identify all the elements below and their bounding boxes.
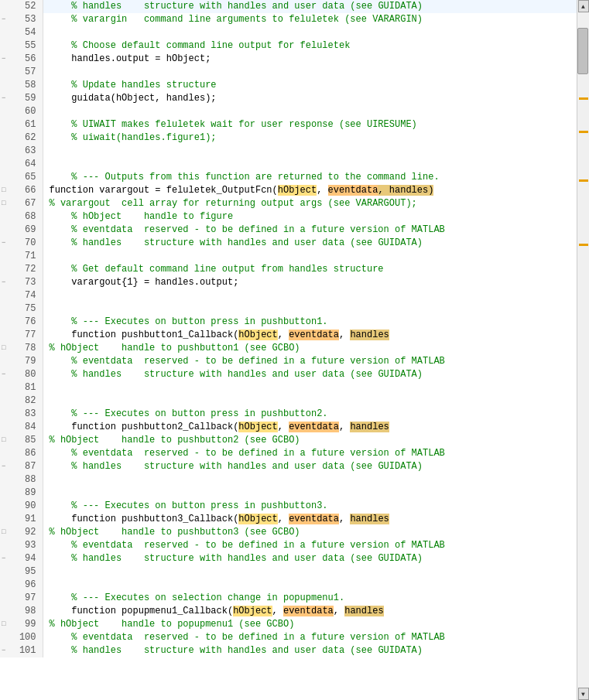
fold-icon[interactable]: □ <box>2 618 5 631</box>
highlight-hobject: hObject <box>238 330 277 340</box>
table-row: 88 <box>0 473 577 487</box>
fold-icon[interactable]: □ <box>2 184 5 197</box>
comment-text: user data (see GUIDATA) <box>289 461 423 472</box>
code-cell[interactable]: % eventdata reserved - to be defined in … <box>43 355 577 368</box>
comment-text: % eventdata reserved - to be defined in … <box>50 448 445 459</box>
code-cell[interactable]: % handles structure with handles and use… <box>43 237 577 250</box>
code-text: function pushbutton2_Callback( <box>50 422 239 432</box>
line-num-text: 55 <box>25 40 36 51</box>
code-cell[interactable] <box>43 26 577 39</box>
code-cell[interactable] <box>43 158 577 171</box>
code-cell[interactable]: % hObject handle to pushbutton3 (see GCB… <box>43 526 577 539</box>
fold-icon[interactable]: □ <box>2 434 5 447</box>
line-num-text: 68 <box>25 211 36 222</box>
code-cell[interactable]: % uiwait(handles.figure1); <box>43 131 577 145</box>
line-number: 75 <box>0 302 43 316</box>
line-number: 82 <box>0 394 43 408</box>
line-num-text: 56 <box>25 53 36 64</box>
code-cell[interactable]: function varargout = feluletek_OutputFcn… <box>43 184 577 197</box>
code-cell[interactable]: function popupmenu1_Callback(hObject, ev… <box>43 605 577 618</box>
code-cell[interactable] <box>43 289 577 302</box>
code-cell[interactable] <box>43 394 577 408</box>
line-number: 61 <box>0 118 43 131</box>
code-cell[interactable]: % eventdata reserved - to be defined in … <box>43 631 577 644</box>
code-cell[interactable]: % --- Executes on button press in pushbu… <box>43 408 577 421</box>
code-cell[interactable]: % UIWAIT makes feluletek wait for user r… <box>43 118 577 131</box>
code-cell[interactable] <box>43 105 577 118</box>
code-cell[interactable]: % hObject handle to popupmenu1 (see GCBO… <box>43 618 577 631</box>
code-table: 52 % handles structure with handles and … <box>0 0 577 657</box>
fold-icon[interactable]: − <box>2 368 5 381</box>
scroll-up-arrow[interactable]: ▲ <box>578 0 589 12</box>
line-num-text: 54 <box>25 27 36 38</box>
code-cell[interactable] <box>43 579 577 592</box>
code-cell[interactable]: % handles structure with handles and use… <box>43 644 577 657</box>
scrollbar-thumb[interactable] <box>577 28 588 74</box>
scrollbar[interactable]: ▲ ▼ <box>577 0 589 700</box>
table-row: 90 % --- Executes on button press in pus… <box>0 500 577 513</box>
code-cell[interactable] <box>43 250 577 263</box>
code-cell[interactable] <box>43 302 577 316</box>
scroll-down-arrow[interactable]: ▼ <box>578 688 589 700</box>
code-cell[interactable] <box>43 66 577 79</box>
line-num-text: 70 <box>25 237 36 248</box>
line-num-text: 79 <box>25 356 36 367</box>
line-number: 100 <box>0 631 43 644</box>
code-cell[interactable]: % Update handles structure <box>43 79 577 92</box>
comment-text: % UIWAIT makes feluletek wait for user r… <box>50 119 417 130</box>
code-cell[interactable]: % eventdata reserved - to be defined in … <box>43 447 577 460</box>
fold-icon[interactable]: □ <box>2 526 5 539</box>
code-cell[interactable]: % Choose default command line output for… <box>43 39 577 53</box>
code-cell[interactable]: guidata(hObject, handles); <box>43 92 577 105</box>
line-num-text: 71 <box>25 251 36 261</box>
line-number: 97 <box>0 592 43 605</box>
line-num-text: 92 <box>25 527 36 538</box>
line-num-text: 75 <box>25 303 36 314</box>
code-cell[interactable]: function pushbutton2_Callback(hObject, e… <box>43 421 577 434</box>
fold-icon[interactable]: □ <box>2 197 5 210</box>
code-cell[interactable]: % hObject handle to pushbutton1 (see GCB… <box>43 342 577 355</box>
fold-icon[interactable]: − <box>2 53 5 66</box>
code-cell[interactable]: % handles structure with handles and use… <box>43 460 577 473</box>
comment-text: % handles structure with handles <box>50 461 272 472</box>
fold-icon[interactable]: − <box>2 644 5 657</box>
fold-icon[interactable]: − <box>2 92 5 105</box>
code-cell[interactable] <box>43 473 577 487</box>
comment-text: % handles structure with handles <box>50 645 272 656</box>
code-cell[interactable]: function pushbutton1_Callback(hObject, e… <box>43 329 577 342</box>
code-cell[interactable]: function pushbutton3_Callback(hObject, e… <box>43 513 577 526</box>
code-cell[interactable] <box>43 145 577 158</box>
comment-text: % handles structure with handles <box>50 1 272 12</box>
code-cell[interactable]: varargout{1} = handles.output; <box>43 276 577 289</box>
code-cell[interactable] <box>43 487 577 500</box>
fold-icon[interactable]: □ <box>2 342 5 355</box>
code-cell[interactable] <box>43 381 577 394</box>
line-num-text: 76 <box>25 316 36 327</box>
code-cell[interactable]: handles.output = hObject; <box>43 53 577 66</box>
comment-text: user data (see GUIDATA) <box>289 1 423 12</box>
code-cell[interactable]: % hObject handle to pushbutton2 (see GCB… <box>43 434 577 447</box>
code-cell[interactable] <box>43 565 577 579</box>
fold-icon[interactable]: − <box>2 552 5 565</box>
code-cell[interactable]: % --- Executes on button press in pushbu… <box>43 316 577 329</box>
code-cell[interactable]: % handles structure with handles and use… <box>43 0 577 13</box>
code-cell[interactable]: % --- Executes on button press in pushbu… <box>43 500 577 513</box>
code-cell[interactable]: % eventdata reserved - to be defined in … <box>43 539 577 552</box>
editor-container: 52 % handles structure with handles and … <box>0 0 589 700</box>
code-cell[interactable]: % --- Outputs from this function are ret… <box>43 171 577 184</box>
code-cell[interactable]: % varargout cell array for returning out… <box>43 197 577 210</box>
line-num-text: 59 <box>25 93 36 104</box>
fold-icon[interactable]: − <box>2 237 5 250</box>
fold-icon[interactable]: − <box>2 460 5 473</box>
fold-icon[interactable]: − <box>2 276 5 289</box>
code-cell[interactable]: % hObject handle to figure <box>43 210 577 224</box>
code-cell[interactable]: % handles structure with handles and use… <box>43 552 577 565</box>
line-num-text: 89 <box>25 487 36 498</box>
code-cell[interactable]: % Get default command line output from h… <box>43 263 577 276</box>
code-cell[interactable]: % eventdata reserved - to be defined in … <box>43 224 577 237</box>
code-cell[interactable]: % --- Executes on selection change in po… <box>43 592 577 605</box>
fold-icon[interactable]: − <box>2 13 5 26</box>
code-cell[interactable]: % handles structure with handles and use… <box>43 368 577 381</box>
line-number: 98 <box>0 605 43 618</box>
code-cell[interactable]: % varargin command line arguments to fel… <box>43 13 577 26</box>
